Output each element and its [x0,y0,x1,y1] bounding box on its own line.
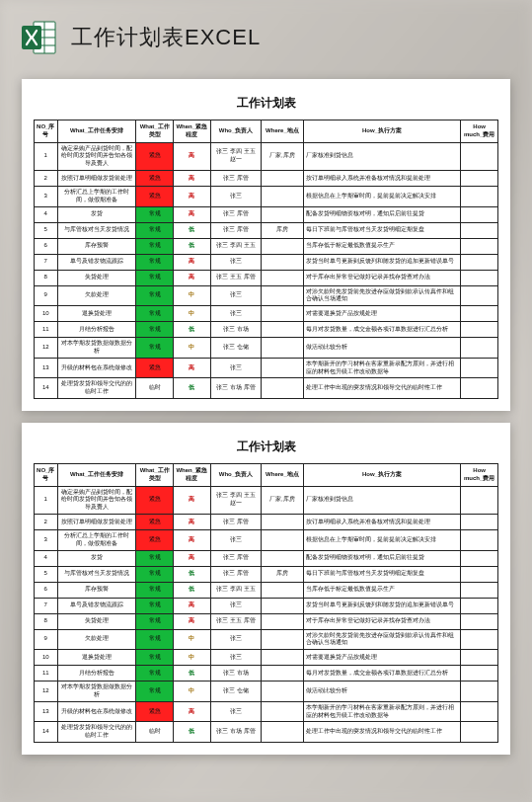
cell-type: 常规 [136,306,174,322]
cell-how: 处理工作中出现的突发情况和领导交代的临时性工作 [303,722,461,743]
cell-urgency: 低 [173,582,210,598]
table-row: 2按照订单明细做发货前处理紧急高张三 库管按订单明细录入系统并准备核对情况和提前… [35,514,498,529]
cell-type: 常规 [136,270,174,285]
cell-where [262,598,303,613]
table-row: 3分析汇总上学期的工作时间，做假期准备紧急高张三根据信息在上学期审时间，提前提前… [35,186,498,206]
cell-where [262,254,303,270]
cell-no: 11 [35,322,58,338]
cell-no: 4 [35,206,58,222]
col-task: What_工作任务安排 [57,120,136,143]
cell-task: 发货 [57,206,136,222]
cell-cost [461,142,498,170]
cell-task: 分析汇总上学期的工作时间，做假期准备 [57,186,136,206]
cell-cost [461,629,498,650]
cell-task: 与库管核对当天发货情况 [57,222,136,238]
cell-who: 张三 库管 [210,222,262,238]
cell-who: 张三 市场 [210,322,262,338]
table-row: 7单号及错发物流跟踪常规高张三发货当时单号更新到反馈列和随发货的追加更新错误单号 [35,598,498,613]
cell-no: 3 [35,186,58,206]
cell-no: 7 [35,598,58,613]
cell-cost [461,486,498,514]
cell-urgency: 高 [173,170,210,186]
cell-type: 常规 [136,682,174,702]
cell-urgency: 高 [173,529,210,550]
col-no: NO_序号 [35,463,58,486]
cell-how: 根据信息在上学期审时间，提前提前决定解决安排 [303,529,461,550]
cell-where [262,514,303,529]
cell-where [262,682,303,702]
table-row: 11月结分析报告常规低张三 市场每月对发货数量，成交金额各项订单数据进行汇总分析 [35,322,498,338]
cell-where [262,206,303,222]
cell-cost [461,582,498,598]
cell-no: 5 [35,222,58,238]
cell-where [262,358,303,378]
cell-who: 张三 [210,306,262,322]
cell-no: 2 [35,170,58,186]
cell-cost [461,306,498,322]
cell-cost [461,598,498,613]
cell-cost [461,338,498,359]
col-how: How_执行方案 [303,120,461,143]
cell-urgency: 低 [173,322,210,338]
cell-task: 欠款处理 [57,285,136,306]
cell-task: 退换货处理 [57,306,136,322]
cell-how: 每日下班前与库管核对当天发货明细定期复盘 [303,566,461,582]
cell-cost [461,529,498,550]
col-where: Where_地点 [262,463,303,486]
col-who: Who_负责人 [210,463,262,486]
cell-who: 张三 [210,285,262,306]
cell-type: 紧急 [136,170,174,186]
cell-type: 常规 [136,238,174,254]
cell-cost [461,270,498,285]
cell-cost [461,566,498,582]
cell-task: 确定采购产品到货时间，配给时间发货时间并告知各领导及责人 [57,486,136,514]
cell-no: 1 [35,486,58,514]
cell-cost [461,550,498,566]
cell-type: 常规 [136,550,174,566]
table-row: 6库存预警常规低张三 李四 王五当库存低于标定最低数值提示生产 [35,582,498,598]
cell-how: 当库存低于标定最低数值提示生产 [303,238,461,254]
cell-task: 确定采购产品到货时间，配给时间发货时间并告知各领导及责人 [57,142,136,170]
cell-no: 12 [35,338,58,359]
cell-who: 张三 [210,186,262,206]
cell-where [262,613,303,629]
table-row: 5与库管核对当天发货情况常规低张三 库管库房每日下班前与库管核对当天发货明细定期… [35,566,498,582]
cell-urgency: 中 [173,306,210,322]
cell-where [262,550,303,566]
excel-icon [20,18,59,57]
table-row: 10退换货处理常规中张三对需要退换货产品按规处理 [35,650,498,666]
col-urg: When_紧急程度 [173,463,210,486]
table-row: 14处理货发货和领导交代的的临时工作临时低张三 市场 库管处理工作中出现的突发情… [35,722,498,743]
cell-how: 当库存低于标定最低数值提示生产 [303,582,461,598]
cell-where [262,306,303,322]
cell-urgency: 高 [173,486,210,514]
spreadsheet-preview-2: 工作计划表 NO_序号 What_工作任务安排 What_工作类型 When_紧… [22,423,510,755]
cell-who: 张三 市场 库管 [210,378,262,399]
cell-how: 本学期新开的学习材料在客家重新录配方原则，并进行相应的材料包升级工作改动数据等 [303,358,461,378]
cell-task: 单号及错发物流跟踪 [57,598,136,613]
cell-how: 做活动比较分析 [303,338,461,359]
table-header-row: NO_序号 What_工作任务安排 What_工作类型 When_紧急程度 Wh… [35,463,498,486]
cell-who: 张三 [210,701,262,722]
sheet-title: 工作计划表 [34,95,498,112]
cell-urgency: 高 [173,254,210,270]
cell-no: 9 [35,285,58,306]
template-header: 工作计划表EXCEL [0,0,532,71]
cell-who: 张三 王五 库管 [210,270,262,285]
col-where: Where_地点 [262,120,303,143]
cell-type: 常规 [136,666,174,682]
cell-task: 对本学期发货数据做数据分析 [57,338,136,359]
cell-task: 处理货发货和领导交代的的临时工作 [57,378,136,399]
cell-type: 常规 [136,629,174,650]
cell-who: 张三 李四 王五 赵一 [210,486,262,514]
cell-type: 紧急 [136,514,174,529]
cell-urgency: 高 [173,550,210,566]
cell-cost [461,722,498,743]
cell-no: 9 [35,629,58,650]
spreadsheet-preview-1: 工作计划表 NO_序号 What_工作任务安排 What_工作类型 When_紧… [22,79,510,411]
cell-type: 紧急 [136,186,174,206]
cell-where [262,650,303,666]
cell-how: 对需要退换货产品按规处理 [303,650,461,666]
table-row: 9欠款处理常规中张三对涉欠款时先发货前先按进存应做货到款承认传真件和组合确认当场… [35,285,498,306]
cell-urgency: 高 [173,613,210,629]
